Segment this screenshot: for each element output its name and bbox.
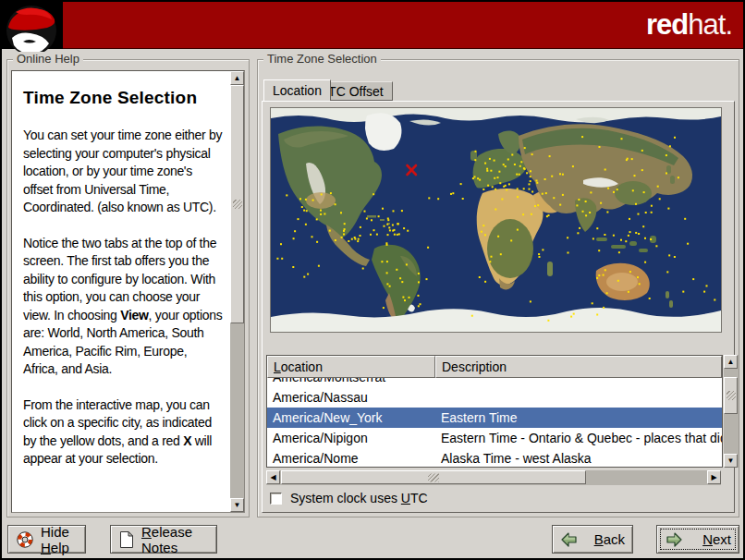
timezone-table: Location Description America/Montserrat …	[266, 355, 723, 468]
next-mnemonic: N	[702, 531, 713, 547]
arrow-down-icon: ▼	[234, 501, 241, 509]
row-description: Eastern Time	[435, 408, 722, 428]
help-paragraph-2: Notice the two tabs at the top of the sc…	[23, 235, 224, 379]
tab-location-label: Location	[273, 83, 322, 98]
timezone-selection-frame: Time Zone Selection Location UTC Offset	[257, 59, 739, 517]
back-button[interactable]: Back	[552, 525, 633, 554]
hide-help-button[interactable]: Hide Help	[7, 525, 86, 554]
column-header-description-label: Description	[442, 359, 507, 374]
arrow-up-icon: ▲	[727, 358, 735, 366]
row-description: Eastern Time - Ontario & Quebec - places…	[435, 428, 722, 448]
table-row-selected[interactable]: America/New_York Eastern Time	[267, 408, 722, 428]
wordmark-hat: hat	[688, 8, 725, 41]
scrollbar-grip-icon	[428, 473, 439, 481]
back-mnemonic: B	[594, 531, 604, 547]
scrollbar-grip-icon	[727, 391, 736, 400]
hide-help-label: Hide Help	[41, 524, 78, 555]
help-content-box: Time Zone Selection You can set your tim…	[11, 70, 245, 513]
next-label: Next	[702, 531, 731, 547]
online-help-frame-label: Online Help	[13, 52, 83, 66]
row-location: America/Nipigon	[267, 428, 435, 448]
row-location: America/Montserrat	[267, 378, 435, 387]
help-paragraph-3-bold: X	[183, 433, 191, 448]
system-clock-utc-checkbox[interactable]	[270, 493, 282, 505]
help-scroll-up-button[interactable]: ▲	[230, 71, 244, 85]
release-notes-label: Release Notes	[141, 524, 209, 555]
arrow-down-icon: ▼	[727, 457, 735, 465]
table-row[interactable]: America/Montserrat	[267, 378, 722, 387]
location-tab-page: Location Description America/Montserrat …	[262, 101, 735, 513]
header-banner: redhat.	[2, 2, 743, 49]
row-description: Alaska Time - west Alaska	[435, 448, 722, 467]
life-preserver-icon	[16, 530, 34, 549]
hide-help-text: Hide	[41, 524, 69, 540]
release-notes-mnemonic: R	[141, 524, 152, 540]
table-vscrollbar-thumb[interactable]	[724, 377, 738, 414]
utc-label-rest: TC	[410, 491, 428, 505]
table-row[interactable]: America/Nipigon Eastern Time - Ontario &…	[267, 428, 722, 448]
arrow-up-icon: ▲	[234, 74, 241, 82]
column-header-location-label: ocation	[281, 359, 323, 374]
release-notes-button[interactable]: Release Notes	[110, 525, 217, 554]
help-scroll-down-button[interactable]: ▼	[230, 498, 244, 512]
column-header-location[interactable]: Location	[267, 356, 435, 378]
next-button[interactable]: Next	[656, 525, 739, 554]
column-header-location-mnemonic: L	[274, 359, 281, 374]
table-horizontal-scrollbar[interactable]: ◀ ▶	[266, 470, 721, 485]
help-paragraph-2-bold: View	[120, 308, 148, 323]
hide-help-rest: elp	[51, 540, 69, 555]
table-row[interactable]: America/Nome Alaska Time - west Alaska	[267, 448, 722, 467]
tab-location[interactable]: Location	[263, 79, 331, 101]
table-scroll-down-button[interactable]: ▼	[724, 454, 738, 468]
help-title: Time Zone Selection	[23, 88, 224, 108]
utc-checkbox-label: System clock uses UTC	[290, 491, 428, 505]
table-scroll-right-button[interactable]: ▶	[707, 470, 721, 484]
hide-help-mnemonic: H	[41, 540, 51, 555]
help-text: Time Zone Selection You can set your tim…	[12, 71, 229, 512]
row-location: America/Nassau	[267, 387, 435, 408]
column-header-description[interactable]: Description	[435, 356, 722, 378]
table-hscrollbar-thumb[interactable]	[281, 470, 586, 484]
back-label: Back	[594, 531, 625, 547]
table-vertical-scrollbar[interactable]: ▲ ▼	[724, 355, 739, 468]
table-scroll-up-button[interactable]: ▲	[724, 355, 738, 369]
wordmark-dot: .	[725, 8, 732, 41]
row-location: America/New_York	[267, 408, 435, 428]
row-description	[435, 378, 722, 387]
wordmark-red: red	[646, 8, 688, 41]
scrollbar-grip-icon	[233, 200, 242, 209]
next-rest: ext	[713, 531, 731, 547]
arrow-right-icon: ▶	[711, 473, 716, 481]
help-scrollbar[interactable]: ▲ ▼	[230, 71, 244, 512]
table-row[interactable]: America/Nassau	[267, 387, 722, 408]
arrow-left-icon	[560, 531, 579, 548]
row-description	[435, 387, 722, 408]
utc-checkbox-row: System clock uses UTC	[270, 490, 428, 506]
installer-window: redhat. Online Help Time Zone Selection …	[0, 0, 745, 560]
redhat-shadowman-logo	[2, 2, 63, 49]
utc-label-text: System clock uses	[290, 491, 401, 505]
timezone-frame-label: Time Zone Selection	[263, 52, 381, 66]
timezone-table-header: Location Description	[267, 356, 722, 378]
arrow-left-icon: ◀	[270, 473, 275, 481]
utc-label-mnemonic: U	[401, 491, 410, 505]
help-paragraph-1: You can set your time zone either by sel…	[23, 127, 224, 217]
document-icon	[118, 530, 135, 549]
timezone-table-body: America/Montserrat America/Nassau Americ…	[267, 378, 722, 467]
redhat-wordmark: redhat.	[646, 8, 732, 42]
row-location: America/Nome	[267, 448, 435, 467]
arrow-right-icon	[665, 531, 683, 548]
table-scroll-left-button[interactable]: ◀	[266, 470, 280, 484]
help-scrollbar-thumb[interactable]	[230, 85, 244, 323]
world-map[interactable]	[270, 107, 722, 333]
back-rest: ack	[604, 531, 625, 547]
help-paragraph-3: From the interactive map, you can click …	[23, 396, 224, 469]
online-help-frame: Online Help Time Zone Selection You can …	[6, 59, 250, 517]
